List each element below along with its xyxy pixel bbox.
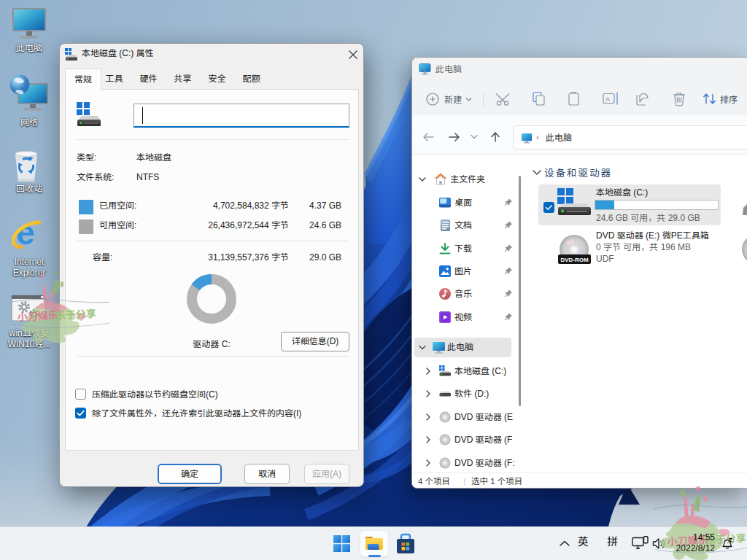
svg-text:A: A bbox=[605, 96, 610, 103]
svg-text:DVD-ROM: DVD-ROM bbox=[560, 257, 589, 263]
svg-text:排序: 排序 bbox=[720, 95, 738, 105]
svg-text:小刀娱乐: 小刀娱乐 bbox=[17, 309, 58, 323]
svg-text:乐于分享: 乐于分享 bbox=[55, 308, 96, 322]
svg-text:新建: 新建 bbox=[444, 95, 462, 105]
